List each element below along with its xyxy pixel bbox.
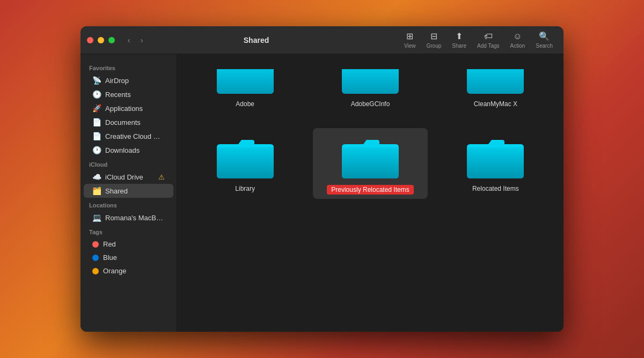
applications-icon: 🚀 bbox=[92, 104, 101, 113]
share-icon: ⬆ bbox=[456, 31, 463, 41]
toolbar-actions: ⊞ View ⊟ Group ⬆ Share 🏷 Add Tags ☺ Acti… bbox=[400, 29, 557, 51]
orange-tag-dot bbox=[92, 268, 99, 274]
tags-section-label: Tags bbox=[80, 225, 177, 237]
view-button[interactable]: ⊞ View bbox=[400, 29, 420, 51]
share-label: Share bbox=[452, 43, 466, 49]
add-tags-label: Add Tags bbox=[477, 43, 500, 49]
search-button[interactable]: 🔍 Search bbox=[531, 29, 557, 51]
folder-library[interactable]: Library bbox=[188, 128, 302, 199]
folder-adobegcinfo[interactable]: AdobeGCInfo bbox=[313, 65, 427, 112]
cleanmymac-folder-icon bbox=[466, 69, 525, 96]
favorites-section-label: Favorites bbox=[80, 61, 177, 73]
icloud-drive-label: iCloud Drive bbox=[105, 173, 143, 181]
adobe-label: Adobe bbox=[236, 100, 254, 108]
sidebar-item-tag-blue[interactable]: Blue bbox=[84, 251, 173, 264]
library-label: Library bbox=[235, 185, 255, 192]
blue-tag-dot bbox=[92, 255, 99, 261]
red-tag-dot bbox=[92, 241, 99, 248]
view-label: View bbox=[404, 43, 416, 49]
sidebar-item-airdrop[interactable]: 📡 AirDrop bbox=[84, 73, 173, 87]
action-button[interactable]: ☺ Action bbox=[506, 29, 530, 51]
group-label: Group bbox=[427, 43, 442, 49]
folder-relocated[interactable]: Relocated Items bbox=[438, 128, 553, 199]
macbook-label: Romana's MacBo... bbox=[105, 214, 164, 222]
add-tags-button[interactable]: 🏷 Add Tags bbox=[473, 29, 504, 51]
documents-label: Documents bbox=[105, 118, 141, 126]
sidebar-item-tag-orange[interactable]: Orange bbox=[84, 264, 173, 278]
creative-cloud-icon: 📄 bbox=[92, 132, 101, 140]
icloud-drive-icon: ☁️ bbox=[92, 173, 101, 181]
folder-previously-relocated[interactable]: Previously Relocated Items bbox=[313, 128, 427, 199]
macbook-icon: 💻 bbox=[92, 213, 101, 222]
locations-section-label: Locations bbox=[80, 198, 177, 211]
adobegcinfo-label: AdobeGCInfo bbox=[351, 100, 390, 108]
svg-rect-2 bbox=[342, 69, 399, 94]
view-icon: ⊞ bbox=[406, 31, 413, 41]
cleanmymac-label: CleanMyMac X bbox=[474, 100, 517, 108]
group-icon: ⊟ bbox=[430, 31, 437, 41]
warning-icon: ⚠ bbox=[158, 173, 165, 181]
sidebar-item-creative-cloud[interactable]: 📄 Creative Cloud Fil... bbox=[84, 129, 173, 143]
applications-label: Applications bbox=[105, 105, 143, 113]
close-button[interactable] bbox=[87, 37, 93, 43]
folder-adobe[interactable]: Adobe bbox=[188, 65, 302, 112]
finder-window: ‹ › Shared ⊞ View ⊟ Group ⬆ Share 🏷 Add … bbox=[80, 26, 564, 332]
traffic-lights bbox=[87, 37, 115, 43]
shared-label: Shared bbox=[105, 187, 128, 195]
blue-tag-label: Blue bbox=[103, 253, 117, 262]
svg-rect-1 bbox=[217, 69, 274, 94]
relocated-label: Relocated Items bbox=[472, 185, 519, 192]
share-button[interactable]: ⬆ Share bbox=[448, 29, 471, 51]
recents-icon: 🕐 bbox=[92, 90, 101, 99]
adobegcinfo-folder-icon bbox=[341, 69, 400, 96]
red-tag-label: Red bbox=[103, 240, 116, 248]
window-title: Shared bbox=[113, 36, 400, 44]
airdrop-icon: 📡 bbox=[92, 76, 101, 85]
icloud-section-label: iCloud bbox=[80, 157, 177, 170]
downloads-label: Downloads bbox=[105, 146, 140, 154]
action-icon: ☺ bbox=[513, 32, 522, 41]
sidebar-item-macbook[interactable]: 💻 Romana's MacBo... bbox=[84, 211, 173, 225]
svg-rect-3 bbox=[467, 69, 524, 94]
sidebar-item-shared[interactable]: 🗂️ Shared bbox=[84, 184, 173, 198]
file-grid: Adobe AdobeGCInfo bbox=[177, 54, 564, 332]
adobe-folder-icon bbox=[216, 69, 275, 96]
shared-icon: 🗂️ bbox=[92, 187, 101, 195]
group-button[interactable]: ⊟ Group bbox=[422, 29, 446, 51]
sidebar-item-applications[interactable]: 🚀 Applications bbox=[84, 101, 173, 115]
sidebar-item-downloads[interactable]: 🕐 Downloads bbox=[84, 143, 173, 157]
search-label: Search bbox=[536, 43, 553, 49]
sidebar-item-recents[interactable]: 🕐 Recents bbox=[84, 87, 173, 101]
documents-icon: 📄 bbox=[92, 118, 101, 126]
sidebar-item-icloud-drive[interactable]: ☁️ iCloud Drive ⚠ bbox=[84, 170, 173, 184]
creative-cloud-label: Creative Cloud Fil... bbox=[105, 132, 164, 140]
search-icon: 🔍 bbox=[539, 31, 550, 41]
content-area: Favorites 📡 AirDrop 🕐 Recents 🚀 Applicat… bbox=[80, 54, 564, 332]
previously-relocated-label: Previously Relocated Items bbox=[327, 185, 413, 195]
tag-icon: 🏷 bbox=[484, 32, 493, 41]
airdrop-label: AirDrop bbox=[105, 77, 129, 85]
sidebar-item-tag-red[interactable]: Red bbox=[84, 237, 173, 251]
sidebar-item-documents[interactable]: 📄 Documents bbox=[84, 115, 173, 129]
downloads-icon: 🕐 bbox=[92, 146, 101, 154]
titlebar: ‹ › Shared ⊞ View ⊟ Group ⬆ Share 🏷 Add … bbox=[80, 26, 564, 54]
recents-label: Recents bbox=[105, 91, 131, 99]
action-label: Action bbox=[510, 43, 525, 49]
orange-tag-label: Orange bbox=[103, 267, 126, 275]
sidebar: Favorites 📡 AirDrop 🕐 Recents 🚀 Applicat… bbox=[80, 54, 177, 332]
minimize-button[interactable] bbox=[98, 37, 104, 43]
folder-cleanmymac[interactable]: CleanMyMac X bbox=[438, 65, 553, 112]
